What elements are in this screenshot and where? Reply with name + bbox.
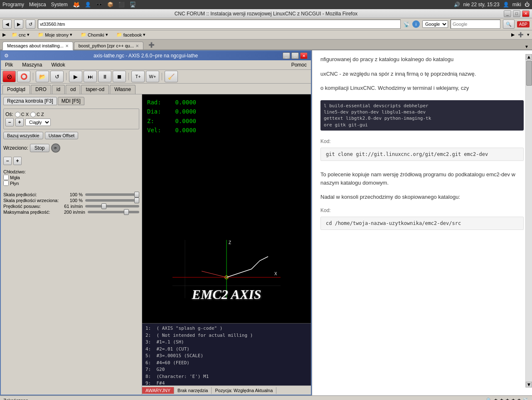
tabs-scroll-right[interactable]: ▾ bbox=[525, 44, 528, 49]
touch-off-wcs[interactable]: W+ bbox=[146, 71, 159, 82]
cnc-menu-pomoc[interactable]: Pomoc bbox=[289, 61, 309, 69]
slider-spindle-thumb[interactable] bbox=[134, 198, 139, 203]
forward-button[interactable]: ▶ bbox=[14, 20, 23, 29]
cnc-minimize-button[interactable]: _ bbox=[283, 52, 290, 59]
cnc-menu-widok[interactable]: Widok bbox=[49, 61, 67, 69]
scroll-up-button[interactable]: ▲ bbox=[526, 54, 532, 60]
cnc-tab-wlasne[interactable]: Własne bbox=[110, 85, 135, 94]
slider-speed-row: Skala prędkości: 100 % bbox=[3, 192, 139, 197]
ustaw-offset-button[interactable]: Ustaw Offset bbox=[45, 132, 79, 139]
browser-minimize-button[interactable]: _ bbox=[504, 10, 511, 17]
power-button[interactable]: ⭕ bbox=[17, 71, 30, 82]
bookmarks-add-icon[interactable]: ➕ bbox=[518, 32, 524, 37]
tab-boost-close[interactable]: ✕ bbox=[135, 44, 139, 48]
bookmarks-arrow-right[interactable]: ▶ bbox=[511, 32, 515, 37]
gcode-editor[interactable]: 1: ( AXIS "splash g-code" ) 2: ( Not int… bbox=[142, 323, 311, 385]
mgla-checkbox[interactable] bbox=[3, 175, 9, 180]
browser-content[interactable]: nfigurowanej do pracy z katalogu lokalne… bbox=[312, 50, 532, 395]
bookmark-cnc[interactable]: 📁 cnc ▾ bbox=[9, 31, 32, 38]
jog-minus-button[interactable]: − bbox=[5, 118, 14, 126]
cnc-tab-podglad[interactable]: Podgląd bbox=[2, 85, 30, 94]
cnc-tab-id[interactable]: id bbox=[52, 85, 65, 94]
system-menu-system[interactable]: System bbox=[51, 2, 68, 7]
clear-button[interactable]: 🧹 bbox=[165, 71, 178, 82]
jog-plus-button[interactable]: + bbox=[15, 118, 24, 126]
browser-restore-button[interactable]: □ bbox=[513, 10, 520, 17]
system-menu-miejsca[interactable]: Miejsca bbox=[29, 2, 46, 7]
run-button[interactable]: ▶ bbox=[69, 71, 82, 82]
panel-tab-reczna[interactable]: Ręczna kontrola [F3] bbox=[3, 97, 57, 105]
username: miki bbox=[512, 2, 521, 7]
plyn-checkbox[interactable] bbox=[3, 180, 9, 186]
open-button[interactable]: 📂 bbox=[36, 71, 49, 82]
mgla-row[interactable]: Mgła bbox=[3, 175, 139, 180]
plyn-row[interactable]: Płyn bbox=[3, 180, 139, 186]
browser-scroll-track[interactable]: ▲ ▼ bbox=[525, 54, 532, 388]
bazuj-button[interactable]: Bazuj wszystkie bbox=[3, 132, 43, 139]
readout-dia: Dia: 0.0000 bbox=[147, 107, 196, 116]
toolbar-separator-4 bbox=[162, 73, 162, 80]
estop-button[interactable]: ⊘ bbox=[2, 71, 16, 82]
search-button[interactable]: 🔍 bbox=[503, 20, 515, 29]
bookmark-chomiki[interactable]: 📁 Chomiki ▾ bbox=[78, 31, 111, 38]
axis-cx-input[interactable] bbox=[15, 112, 20, 117]
new-tab-button[interactable]: ➕ bbox=[146, 40, 157, 49]
tab-boost[interactable]: boost_python [zpr c++ qu... ✕ bbox=[74, 42, 143, 49]
bookmarks-chevron[interactable]: ▾ bbox=[527, 32, 530, 37]
cnc-close-button[interactable]: ✕ bbox=[300, 52, 308, 59]
chevron-down-icon-4: ▾ bbox=[143, 32, 145, 37]
cnc-menu-maszyna[interactable]: Maszyna bbox=[20, 61, 44, 69]
slider-speed-track[interactable] bbox=[85, 193, 139, 196]
bookmark-moje-strony[interactable]: 📁 Moje strony ▾ bbox=[35, 31, 75, 38]
stop-button[interactable]: Stop bbox=[30, 144, 49, 152]
slider-speed-label: Skala prędkości: bbox=[3, 192, 62, 197]
back-button[interactable]: ◀ bbox=[2, 20, 12, 29]
power-icon[interactable]: ⏻ bbox=[525, 2, 530, 7]
slider-maxspeed-track[interactable] bbox=[88, 211, 139, 213]
cnc-restore-button[interactable]: □ bbox=[291, 52, 299, 59]
cnc-tab-dro[interactable]: DRO bbox=[31, 85, 51, 94]
spindle-row: Wrzeciono: Stop ⟳ bbox=[3, 143, 139, 153]
url-input[interactable] bbox=[38, 20, 401, 29]
slider-speed-thumb[interactable] bbox=[134, 192, 139, 198]
cnc-window-icon: ⚙ bbox=[4, 53, 9, 59]
spindle-minus-button[interactable]: − bbox=[3, 157, 12, 165]
bookmarks-arrow-left[interactable]: ▶ bbox=[2, 32, 6, 37]
touch-off-button[interactable]: T+ bbox=[131, 71, 145, 82]
axis-label: Oś: bbox=[5, 111, 13, 117]
axis-cz-input[interactable] bbox=[30, 112, 36, 117]
adblock-icon: ABP bbox=[517, 21, 530, 27]
pause-button[interactable]: ⏸ bbox=[98, 71, 111, 82]
slider-feed-track[interactable] bbox=[85, 205, 139, 207]
tab-messages-close[interactable]: ✕ bbox=[65, 44, 69, 48]
rad-label: Rad: bbox=[147, 99, 161, 106]
stop-tool-button[interactable]: ⏹ bbox=[113, 71, 126, 82]
clock: nie 22 sty, 15:23 bbox=[463, 2, 500, 7]
step-button[interactable]: ⏭ bbox=[84, 71, 97, 82]
terminal-line-4: ore gitk git-gui bbox=[324, 122, 520, 128]
scroll-thumb[interactable] bbox=[526, 61, 532, 86]
search-input[interactable] bbox=[451, 20, 500, 29]
jog-mode-select[interactable]: Ciągły bbox=[25, 119, 51, 126]
reload-ngc-button[interactable]: ↺ bbox=[50, 71, 64, 82]
cnc-menu-bar: Plik Maszyna Widok Pomoc bbox=[1, 60, 311, 70]
slider-maxspeed-thumb[interactable] bbox=[124, 209, 129, 215]
axis-cz-radio[interactable]: C Z bbox=[30, 112, 44, 117]
system-menu-programy[interactable]: Programy bbox=[2, 2, 24, 7]
panel-tab-mdi[interactable]: MDI [F5] bbox=[58, 97, 84, 105]
browser-close-button[interactable]: ✕ bbox=[522, 10, 530, 17]
scroll-down-button[interactable]: ▼ bbox=[526, 382, 532, 388]
cnc-menu-plik[interactable]: Plik bbox=[2, 61, 15, 69]
axis-cx-radio[interactable]: C X bbox=[15, 112, 29, 117]
bookmark-facebook[interactable]: 📁 facebook ▾ bbox=[114, 31, 148, 38]
search-engine-select[interactable]: Google bbox=[422, 20, 448, 28]
slider-spindle-track[interactable] bbox=[85, 199, 139, 202]
spindle-plus-button[interactable]: + bbox=[13, 157, 22, 165]
axis-row: Oś: C X C Z bbox=[5, 111, 137, 117]
tab-boost-label: boost_python [zpr c++ qu... bbox=[79, 43, 134, 48]
tab-messages[interactable]: Messages about installing... ✕ bbox=[2, 42, 73, 50]
cnc-tab-od[interactable]: od bbox=[66, 85, 80, 94]
cnc-tab-taper[interactable]: taper-od bbox=[81, 85, 109, 94]
reload-button[interactable]: ↺ bbox=[26, 20, 35, 29]
slider-feed-thumb[interactable] bbox=[101, 203, 106, 209]
